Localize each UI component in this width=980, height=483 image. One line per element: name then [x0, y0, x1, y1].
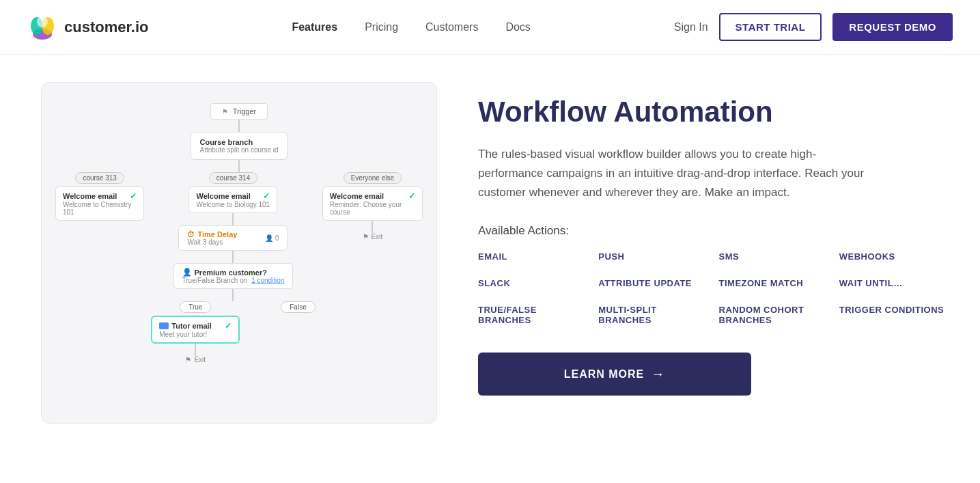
condition-node: 👤 Premium customer? True/False Branch on…	[173, 263, 294, 289]
branch-col-2: course 314 Welcome email ✓ Welcome to Bi…	[151, 172, 315, 363]
action-webhooks[interactable]: WEBHOOKS	[839, 251, 953, 262]
condition-link[interactable]: 1 condition	[251, 277, 284, 284]
request-demo-button[interactable]: REQUEST DEMO	[832, 13, 953, 41]
action-slack[interactable]: SLACK	[478, 278, 591, 288]
action-true-false[interactable]: TRUE/FALSE BRANCHES	[478, 305, 591, 325]
time-delay-node: ⏱ Time Delay Wait 3 days 👤 0	[178, 225, 288, 251]
email-icon	[159, 322, 169, 329]
exit2: ⚑ Exit	[185, 356, 206, 363]
branch-col-3: Everyone else Welcome email ✓ Reminder: …	[322, 172, 423, 240]
nav-links: Features Pricing Customers Docs	[292, 21, 530, 33]
connector	[238, 160, 240, 172]
email-node-3: Welcome email ✓ Reminder: Choose your co…	[322, 187, 423, 221]
main-content: ⚑ Trigger Course branch Attribute split …	[0, 55, 980, 451]
trigger-node: ⚑ Trigger	[210, 103, 268, 120]
email-title-3: Welcome email ✓	[330, 191, 415, 201]
email-node-1: Welcome email ✓ Welcome to Chemistry 101	[55, 187, 144, 221]
true-label: True	[180, 301, 211, 313]
svg-point-3	[37, 16, 48, 27]
nav-docs[interactable]: Docs	[505, 21, 530, 33]
connector	[195, 344, 196, 356]
branch-col-1: course 313 Welcome email ✓ Welcome to Ch…	[55, 172, 144, 241]
action-random-cohort[interactable]: RANDOM COHORT BRANCHES	[719, 305, 832, 325]
tutor-email-node: Tutor email ✓ Meet your tutor!	[151, 316, 240, 344]
course-branch-title: Course branch	[199, 138, 278, 146]
connector	[232, 251, 234, 263]
connector	[232, 289, 234, 301]
navbar: customer.io Features Pricing Customers D…	[0, 0, 980, 55]
course-branch-sub: Attribute split on course id	[199, 146, 278, 154]
right-content: Workflow Automation The rules-based visu…	[478, 82, 953, 396]
email-title-1: Welcome email ✓	[63, 191, 137, 201]
email-node-2: Welcome email ✓ Welcome to Biology 101	[188, 187, 277, 213]
tutor-email-title: Tutor email ✓	[159, 321, 232, 331]
action-push[interactable]: PUSH	[598, 251, 712, 262]
email-sub-1: Welcome to Chemistry 101	[63, 201, 137, 216]
learn-more-label: LEARN MORE	[564, 368, 645, 381]
workflow-diagram: ⚑ Trigger Course branch Attribute split …	[41, 82, 437, 424]
available-actions-label: Available Actions:	[478, 224, 953, 238]
nav-features[interactable]: Features	[292, 21, 337, 33]
false-label: False	[281, 301, 315, 313]
nav-pricing[interactable]: Pricing	[365, 21, 398, 33]
exit1: ⚑ Exit	[363, 233, 383, 240]
condition-title: 👤 Premium customer?	[182, 268, 285, 277]
logo-text: customer.io	[64, 18, 148, 36]
check-icon-tutor: ✓	[225, 321, 232, 331]
time-delay-sub: Wait 3 days	[187, 238, 237, 246]
false-col: False	[281, 301, 315, 316]
true-col: True Tutor email ✓ Meet your tutor!	[151, 301, 240, 363]
section-title: Workflow Automation	[478, 96, 953, 128]
email-sub-2: Welcome to Biology 101	[196, 201, 270, 208]
action-trigger-conditions[interactable]: TRIGGER CONDITIONS	[839, 305, 953, 325]
branch-row: course 313 Welcome email ✓ Welcome to Ch…	[55, 172, 423, 363]
trigger-label: Trigger	[233, 107, 256, 115]
connector	[372, 221, 373, 233]
true-false-row: True Tutor email ✓ Meet your tutor!	[151, 301, 315, 363]
action-wait-until[interactable]: WAIT UNTIL…	[839, 278, 953, 288]
action-multi-split[interactable]: MULTI-SPLIT BRANCHES	[598, 305, 712, 325]
action-email[interactable]: EMAIL	[478, 251, 591, 262]
actions-grid: EMAIL PUSH SMS WEBHOOKS SLACK ATTRIBUTE …	[478, 251, 953, 325]
branch-label-3: Everyone else	[344, 172, 402, 184]
learn-more-button[interactable]: LEARN MORE →	[478, 353, 751, 396]
check-icon-1: ✓	[130, 191, 137, 201]
condition-sub: True/False Branch on 1 condition	[182, 277, 285, 284]
tutor-email-sub: Meet your tutor!	[159, 331, 232, 338]
section-description: The rules-based visual workflow builder …	[478, 145, 874, 202]
start-trial-button[interactable]: START TRIAL	[719, 13, 822, 41]
action-timezone-match[interactable]: TIMEZONE MATCH	[719, 278, 832, 288]
sign-in-link[interactable]: Sign In	[674, 21, 708, 33]
connector	[232, 213, 234, 225]
action-attribute-update[interactable]: ATTRIBUTE UPDATE	[598, 278, 712, 288]
arrow-icon: →	[651, 366, 665, 382]
branch-label-1: course 313	[75, 172, 124, 184]
nav-actions: Sign In START TRIAL REQUEST DEMO	[674, 13, 953, 41]
time-delay-count: 👤 0	[265, 234, 279, 242]
time-delay-title: ⏱ Time Delay	[187, 230, 237, 238]
diagram-inner: ⚑ Trigger Course branch Attribute split …	[55, 103, 423, 363]
branch-label-2: course 314	[209, 172, 257, 184]
email-title-2: Welcome email ✓	[196, 191, 270, 201]
check-icon-3: ✓	[408, 191, 415, 201]
nav-customers[interactable]: Customers	[425, 21, 478, 33]
logo[interactable]: customer.io	[27, 12, 148, 42]
check-icon-2: ✓	[263, 191, 270, 201]
action-sms[interactable]: SMS	[719, 251, 832, 262]
email-sub-3: Reminder: Choose your course	[330, 201, 415, 216]
connector	[238, 120, 240, 132]
course-branch-node: Course branch Attribute split on course …	[191, 132, 287, 160]
